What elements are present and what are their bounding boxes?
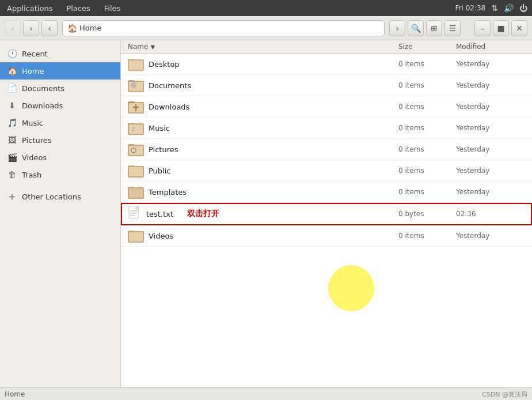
sidebar-item-pictures[interactable]: 🖼 Pictures	[0, 131, 120, 149]
pictures-icon: 🖼	[7, 135, 17, 145]
back-button[interactable]: ‹	[5, 20, 21, 36]
file-name-cell: Desktop	[128, 56, 398, 71]
sidebar-label-downloads: Downloads	[22, 101, 63, 110]
close-button[interactable]: ✕	[511, 20, 527, 36]
sidebar-item-videos[interactable]: 🎬 Videos	[0, 149, 120, 166]
status-location: Home	[5, 390, 25, 398]
watermark: CSDN @算法局	[482, 390, 527, 399]
menu-bar: Applications Places Files Fri 02:38 ⇅ 🔊 …	[0, 0, 532, 16]
sidebar-item-documents[interactable]: 📄 Documents	[0, 80, 120, 97]
file-size: 0 bytes	[398, 210, 456, 218]
menu-bar-right: Fri 02:38 ⇅ 🔊 ⏻	[455, 3, 527, 13]
table-row[interactable]: Templates 0 items Yesterday	[121, 182, 532, 203]
folder-icon	[128, 78, 144, 93]
sidebar-item-recent[interactable]: 🕐 Recent	[0, 45, 120, 62]
file-size: 0 items	[398, 60, 456, 68]
recent-icon: 🕐	[7, 48, 17, 59]
annotation-double-click: 双击打开	[187, 209, 219, 219]
menu-files[interactable]: Files	[102, 3, 123, 14]
table-row[interactable]: Videos 0 items Yesterday	[121, 225, 532, 247]
file-label: Desktop	[149, 60, 180, 69]
file-size: 0 items	[398, 232, 456, 240]
sidebar-item-trash[interactable]: 🗑 Trash	[0, 166, 120, 183]
file-modified: Yesterday	[456, 232, 525, 240]
sidebar-item-music[interactable]: 🎵 Music	[0, 114, 120, 131]
table-row[interactable]: Public 0 items Yesterday	[121, 160, 532, 182]
folder-icon	[128, 184, 144, 199]
music-icon: 🎵	[7, 118, 17, 128]
maximize-button[interactable]: ■	[493, 20, 509, 36]
file-modified: Yesterday	[456, 124, 525, 132]
folder-icon	[128, 228, 144, 243]
table-row[interactable]: Desktop 0 items Yesterday	[121, 54, 532, 75]
file-name-cell: Videos	[128, 228, 398, 243]
trash-icon: 🗑	[7, 169, 17, 180]
grid-view-button[interactable]: ⊞	[426, 20, 442, 36]
minimize-button[interactable]: –	[474, 20, 491, 36]
forward-button[interactable]: ›	[23, 20, 39, 36]
sidebar-item-home[interactable]: 🏠 Home	[0, 62, 120, 80]
power-icon: ⏻	[519, 3, 527, 13]
file-name-cell: Downloads	[128, 99, 398, 114]
svg-rect-22	[129, 167, 143, 176]
file-modified: Yesterday	[456, 81, 525, 89]
documents-icon: 📄	[7, 83, 17, 93]
file-modified: Yesterday	[456, 188, 525, 196]
sidebar-item-downloads[interactable]: ⬇ Downloads	[0, 97, 120, 114]
table-row[interactable]: Documents 0 items Yesterday	[121, 75, 532, 96]
sidebar-item-other-locations[interactable]: + Other Locations	[0, 188, 120, 205]
network-icon: ⇅	[491, 3, 498, 13]
file-name-cell: Public	[128, 163, 398, 178]
file-label: Templates	[149, 188, 187, 197]
file-modified: Yesterday	[456, 167, 525, 175]
other-locations-icon: +	[7, 191, 17, 202]
column-modified[interactable]: Modified	[456, 43, 525, 51]
file-label: Downloads	[149, 103, 189, 111]
search-icon: 🔍	[411, 24, 421, 33]
file-label: Music	[149, 124, 170, 133]
file-list-header: Name ▼ Size Modified	[121, 40, 532, 54]
file-modified: Yesterday	[456, 145, 525, 153]
breadcrumb-text: Home	[79, 24, 101, 32]
svg-point-8	[131, 82, 136, 88]
table-row[interactable]: Downloads 0 items Yesterday	[121, 96, 532, 118]
file-size: 0 items	[398, 103, 456, 111]
file-name-cell: Documents	[128, 78, 398, 93]
file-label: Videos	[149, 232, 173, 240]
file-size: 0 items	[398, 167, 456, 175]
grid-icon: ⊞	[431, 24, 438, 33]
table-row[interactable]: test.txt 双击打开 0 bytes 02:36	[121, 203, 532, 225]
sidebar: 🕐 Recent 🏠 Home 📄 Documents ⬇ Downloads …	[0, 40, 121, 387]
folder-icon	[128, 56, 144, 71]
folder-icon	[128, 142, 144, 157]
svg-rect-3	[129, 61, 143, 70]
table-row[interactable]: Pictures 0 items Yesterday	[121, 139, 532, 160]
file-size: 0 items	[398, 188, 456, 196]
menu-applications[interactable]: Applications	[5, 3, 55, 14]
folder-icon	[128, 99, 144, 114]
sidebar-label-documents: Documents	[22, 84, 64, 93]
toolbar-right: 🔍 ⊞ ☰ – ■ ✕	[408, 20, 527, 36]
breadcrumb-next-button[interactable]: ›	[389, 20, 405, 36]
search-button[interactable]: 🔍	[408, 20, 424, 36]
sidebar-label-trash: Trash	[22, 171, 41, 179]
column-size[interactable]: Size	[398, 43, 456, 51]
parent-button[interactable]: ‹	[41, 20, 58, 36]
content-area: 🕐 Recent 🏠 Home 📄 Documents ⬇ Downloads …	[0, 40, 532, 387]
sidebar-label-videos: Videos	[22, 153, 47, 162]
file-name-cell: Templates	[128, 184, 398, 199]
svg-rect-27	[136, 206, 139, 209]
svg-text:♪: ♪	[131, 126, 135, 133]
table-row[interactable]: ♪ Music 0 items Yesterday	[121, 118, 532, 139]
file-label: Documents	[149, 81, 191, 90]
list-view-button[interactable]: ☰	[444, 20, 461, 36]
file-modified: 02:36	[456, 210, 525, 218]
sidebar-label-other-locations: Other Locations	[22, 193, 81, 201]
file-name-cell: ♪ Music	[128, 120, 398, 135]
file-manager-window: ‹ › ‹ 🏠 Home › 🔍 ⊞ ☰ – ■ ✕	[0, 16, 532, 400]
column-name[interactable]: Name ▼	[128, 43, 398, 51]
home-icon: 🏠	[7, 66, 17, 76]
menu-places[interactable]: Places	[64, 3, 92, 14]
folder-icon	[128, 163, 144, 178]
file-modified: Yesterday	[456, 60, 525, 68]
